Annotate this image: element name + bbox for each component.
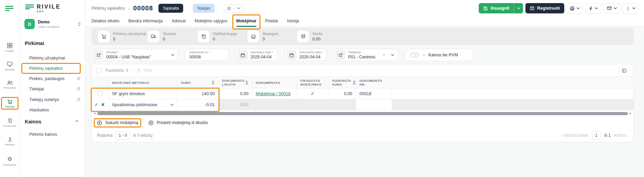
external-link-icon[interactable] [335, 50, 345, 60]
register-button[interactable]: Registruoti [525, 3, 564, 13]
toolbar-divider [132, 67, 133, 74]
confirm-icon[interactable]: ✓ [95, 102, 98, 107]
dokumento-data-field[interactable]: Dokumento data * 2025-04-04 [285, 49, 326, 61]
column-settings-button[interactable] [619, 66, 629, 75]
breadcrumb-parent[interactable]: Pirkimų sąskaitos [91, 6, 125, 11]
tab-istorija[interactable]: Istorija [287, 16, 299, 27]
cancel-icon[interactable]: ✕ [101, 102, 105, 107]
cell-dok-nr[interactable]: 00018 [356, 88, 392, 99]
header-sudengta-suma[interactable]: SUDENGTA SUMAΣ [328, 77, 356, 88]
scroll-left-icon[interactable]: ◂ [94, 112, 96, 115]
header-dokumento-likutis[interactable]: DOKUMENTO LIKUTISΣ [218, 77, 252, 88]
tab-mokejimai[interactable]: Mokėjimai [236, 16, 256, 27]
document-link[interactable]: Mokėjimai / 00018 [256, 91, 290, 96]
delete-button[interactable]: Trinti [137, 68, 152, 73]
sum-icon[interactable]: Σ [244, 81, 248, 85]
more-options-dropdown-button[interactable]: ⋮ [622, 3, 639, 13]
hamburger-menu-icon[interactable] [5, 6, 14, 12]
cell-metodas[interactable]: SF gryni išmokos [108, 88, 177, 99]
chevron-down-icon [614, 7, 617, 9]
sidebar-item-tiekejai[interactable]: Tiekėjai [20, 85, 85, 93]
quick-actions-dropdown-button[interactable] [585, 3, 601, 13]
operacijos-data-field[interactable]: Operacijos data * 2025-04-04 [236, 49, 278, 61]
sidebar-item-pirkimu-uzsakymai[interactable]: Pirkimų užsakymai [20, 54, 85, 62]
current-page-box[interactable]: 1 [592, 131, 601, 140]
horizontal-scrollbar[interactable]: ◂ ▸ [92, 110, 633, 117]
kainos-be-pvm-toggle-card[interactable]: ✕ Kainos be PVM [405, 49, 474, 61]
prev-page-button[interactable]: ‹ ANKSTESNIS [560, 133, 588, 137]
stat-didzioji-knyga[interactable]: Didžioji knyga0 [198, 31, 247, 42]
cell-dokumentas[interactable]: Mokėjimai / 00018 [252, 88, 297, 99]
padalinys-field[interactable]: Padalinys P01 - Centrinis ✕ [333, 49, 398, 61]
select-all-checkbox[interactable] [96, 68, 101, 73]
chevron-down-icon[interactable] [170, 104, 174, 106]
print-dropdown-button[interactable] [567, 3, 583, 13]
toggle-off-icon[interactable] [410, 53, 419, 57]
cell-suma-editor[interactable]: -0.01 [177, 99, 218, 110]
sidebar-item-prekes-paslaugos[interactable]: Prekės, paslaugos [20, 75, 85, 82]
calendar-icon[interactable] [237, 50, 248, 60]
tab-detalios-eilutes[interactable]: Detalios eilutės [91, 16, 119, 27]
tab-mokejimo-salygos[interactable]: Mokėjimo sąlygos [195, 16, 227, 27]
status-badge[interactable]: Naujas [193, 4, 214, 13]
tab-priedai[interactable]: Priedai [265, 16, 278, 27]
sidebar-item-ataskaitos[interactable]: Ataskaitos [20, 106, 85, 114]
stat-skola[interactable]: Skola0.00 [297, 31, 322, 42]
save-button[interactable]: Išsaugoti [479, 3, 514, 13]
stat-label: Didžioji knyga [213, 32, 237, 36]
tab-bendra-informacija[interactable]: Bendra informacija [128, 16, 163, 27]
scrollbar-thumb[interactable] [97, 112, 628, 115]
row-checkbox[interactable] [98, 91, 103, 96]
rail-item-pirkimai[interactable]: Pirkimai [0, 99, 20, 108]
brand-logo[interactable]: RIVILE ERP [25, 4, 61, 13]
rail-item-personalas[interactable]: Personalas [0, 80, 20, 89]
rail-item-pardavimai[interactable]: Pardavimai [0, 118, 20, 128]
header-dokumentas[interactable]: DOKUMENTAS [252, 77, 297, 88]
header-suma[interactable]: SUMAΣ [177, 77, 218, 88]
create-payment-button[interactable]: Sukurti mokėjimą [97, 120, 138, 125]
cell-suma[interactable]: 140.50 [177, 88, 218, 99]
header-dokumento-nr[interactable]: DOKUMENTO NR. [356, 77, 392, 88]
sum-icon[interactable]: Σ [210, 81, 215, 85]
chevron-down-icon[interactable] [171, 54, 174, 56]
assign-payment-button[interactable]: Priskirti mokėjimą iš likučio [148, 120, 208, 125]
external-link-icon[interactable] [93, 50, 103, 60]
header-mokejimo-metodas[interactable]: MOKĖJIMO METODAS [108, 77, 177, 88]
sidebar-item-tiekeju-sutartys[interactable]: Tiekėjų sutartys [20, 96, 85, 103]
rail-item-pradzia[interactable]: Pradžia [0, 43, 20, 53]
cell-sudengta[interactable]: 0.00 [328, 88, 356, 99]
stat-siuntos[interactable]: Siuntos0 [148, 31, 198, 42]
tab-adresai[interactable]: Adresai [171, 16, 186, 27]
sidebar-item-pirkimo-kainos[interactable]: Pirkimo kainos [20, 131, 85, 138]
rail-item-apskaita[interactable]: Apskaita [0, 62, 20, 71]
sidebar-item-pirkimu-saskaitos[interactable]: Pirkimų sąskaitos [20, 65, 85, 72]
nav-section-pirkimai: Pirkimai [25, 41, 44, 46]
save-dropdown-button[interactable] [514, 3, 523, 13]
cell-dok-nr-input[interactable] [356, 99, 392, 110]
account-switcher[interactable]: D Demo Aušra Juodienė [24, 19, 81, 29]
sidebar-item-label: Pirkimo kainos [29, 132, 57, 137]
color-status-dropdown[interactable]: - [224, 4, 244, 12]
clear-icon[interactable]: ✕ [382, 53, 386, 57]
account-user: Aušra Juodienė [38, 25, 59, 29]
cell-metodas-editor[interactable]: Apvalinimas pirkimuose [108, 99, 177, 110]
calendar-icon[interactable] [286, 50, 297, 60]
rail-item-atsargos[interactable]: Atsargos [0, 137, 20, 146]
stat-atsargos[interactable]: Atsargos0 [247, 31, 297, 42]
header-fiksuotas-mokejimas[interactable]: FIKSUOTAS MOKĖJIMAS [297, 77, 328, 88]
row-select-cell[interactable] [92, 88, 108, 99]
cart-icon [7, 99, 13, 104]
rail-item-nustatymai[interactable]: ⚙ Nustatymai [0, 156, 20, 166]
dokumento-nr-field[interactable]: Dokumento nr. * 00008 [185, 49, 229, 61]
scroll-right-icon[interactable]: ▸ [630, 112, 631, 115]
cell-likutis[interactable]: 0.00 [218, 88, 252, 99]
field-label: Dokumento nr. [189, 51, 208, 54]
email-dropdown-button[interactable] [604, 3, 620, 13]
sum-icon[interactable]: Σ [351, 81, 356, 85]
stat-pirkimu-uzsakymai[interactable]: Pirkimų užsakymai0 [98, 31, 148, 42]
next-page-button[interactable]: KITAS › [614, 133, 628, 137]
nav-section-kainos[interactable]: Kainos [25, 119, 85, 124]
cell-fiksuotas[interactable]: ✓ [297, 88, 328, 99]
klientas-field[interactable]: Klientas * 00004 - UAB "Naujokas" [91, 49, 178, 61]
chevron-down-icon[interactable] [391, 54, 394, 56]
